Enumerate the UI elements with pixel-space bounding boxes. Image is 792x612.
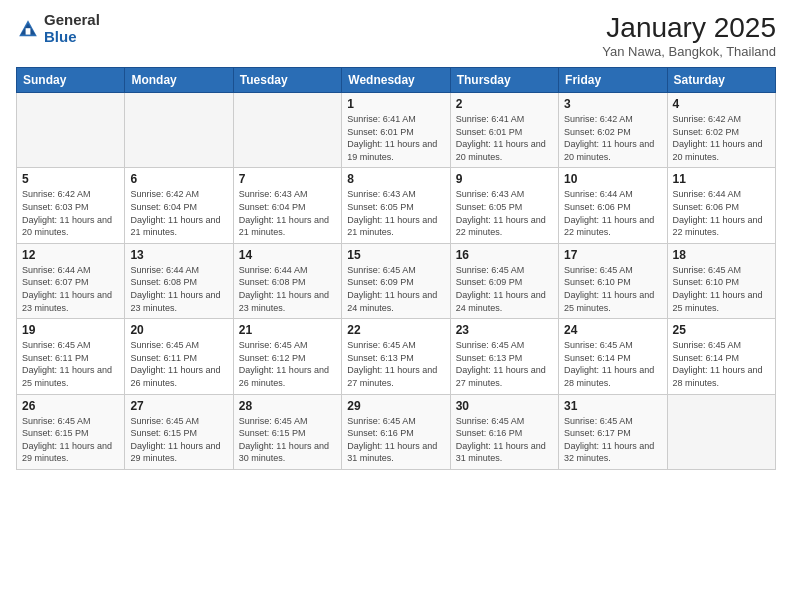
day-number: 4 xyxy=(673,97,770,111)
day-number: 2 xyxy=(456,97,553,111)
calendar-cell: 4Sunrise: 6:42 AM Sunset: 6:02 PM Daylig… xyxy=(667,93,775,168)
calendar-cell: 17Sunrise: 6:45 AM Sunset: 6:10 PM Dayli… xyxy=(559,243,667,318)
calendar-cell: 31Sunrise: 6:45 AM Sunset: 6:17 PM Dayli… xyxy=(559,394,667,469)
weekday-header-thursday: Thursday xyxy=(450,68,558,93)
calendar-cell: 25Sunrise: 6:45 AM Sunset: 6:14 PM Dayli… xyxy=(667,319,775,394)
calendar-week-3: 12Sunrise: 6:44 AM Sunset: 6:07 PM Dayli… xyxy=(17,243,776,318)
day-number: 19 xyxy=(22,323,119,337)
calendar-cell xyxy=(667,394,775,469)
day-number: 11 xyxy=(673,172,770,186)
day-number: 6 xyxy=(130,172,227,186)
title-block: January 2025 Yan Nawa, Bangkok, Thailand xyxy=(602,12,776,59)
header: General Blue January 2025 Yan Nawa, Bang… xyxy=(16,12,776,59)
calendar-cell: 22Sunrise: 6:45 AM Sunset: 6:13 PM Dayli… xyxy=(342,319,450,394)
day-number: 10 xyxy=(564,172,661,186)
day-detail: Sunrise: 6:45 AM Sunset: 6:14 PM Dayligh… xyxy=(673,339,770,389)
logo-icon xyxy=(16,17,40,41)
calendar-cell: 28Sunrise: 6:45 AM Sunset: 6:15 PM Dayli… xyxy=(233,394,341,469)
day-detail: Sunrise: 6:41 AM Sunset: 6:01 PM Dayligh… xyxy=(347,113,444,163)
calendar-cell: 26Sunrise: 6:45 AM Sunset: 6:15 PM Dayli… xyxy=(17,394,125,469)
day-detail: Sunrise: 6:43 AM Sunset: 6:04 PM Dayligh… xyxy=(239,188,336,238)
calendar-cell xyxy=(17,93,125,168)
day-number: 3 xyxy=(564,97,661,111)
calendar-cell: 7Sunrise: 6:43 AM Sunset: 6:04 PM Daylig… xyxy=(233,168,341,243)
day-detail: Sunrise: 6:42 AM Sunset: 6:02 PM Dayligh… xyxy=(673,113,770,163)
day-detail: Sunrise: 6:45 AM Sunset: 6:16 PM Dayligh… xyxy=(456,415,553,465)
day-number: 28 xyxy=(239,399,336,413)
calendar-body: 1Sunrise: 6:41 AM Sunset: 6:01 PM Daylig… xyxy=(17,93,776,470)
day-detail: Sunrise: 6:44 AM Sunset: 6:07 PM Dayligh… xyxy=(22,264,119,314)
day-detail: Sunrise: 6:45 AM Sunset: 6:10 PM Dayligh… xyxy=(673,264,770,314)
calendar-cell: 1Sunrise: 6:41 AM Sunset: 6:01 PM Daylig… xyxy=(342,93,450,168)
weekday-header-saturday: Saturday xyxy=(667,68,775,93)
day-number: 12 xyxy=(22,248,119,262)
day-detail: Sunrise: 6:45 AM Sunset: 6:12 PM Dayligh… xyxy=(239,339,336,389)
calendar-cell: 11Sunrise: 6:44 AM Sunset: 6:06 PM Dayli… xyxy=(667,168,775,243)
day-number: 26 xyxy=(22,399,119,413)
weekday-header-wednesday: Wednesday xyxy=(342,68,450,93)
calendar-cell: 10Sunrise: 6:44 AM Sunset: 6:06 PM Dayli… xyxy=(559,168,667,243)
day-detail: Sunrise: 6:45 AM Sunset: 6:13 PM Dayligh… xyxy=(456,339,553,389)
day-number: 18 xyxy=(673,248,770,262)
day-detail: Sunrise: 6:41 AM Sunset: 6:01 PM Dayligh… xyxy=(456,113,553,163)
calendar-cell: 6Sunrise: 6:42 AM Sunset: 6:04 PM Daylig… xyxy=(125,168,233,243)
calendar-week-5: 26Sunrise: 6:45 AM Sunset: 6:15 PM Dayli… xyxy=(17,394,776,469)
calendar-cell: 13Sunrise: 6:44 AM Sunset: 6:08 PM Dayli… xyxy=(125,243,233,318)
day-number: 8 xyxy=(347,172,444,186)
calendar-cell: 30Sunrise: 6:45 AM Sunset: 6:16 PM Dayli… xyxy=(450,394,558,469)
calendar-cell: 21Sunrise: 6:45 AM Sunset: 6:12 PM Dayli… xyxy=(233,319,341,394)
day-detail: Sunrise: 6:45 AM Sunset: 6:16 PM Dayligh… xyxy=(347,415,444,465)
title-location: Yan Nawa, Bangkok, Thailand xyxy=(602,44,776,59)
calendar-cell: 18Sunrise: 6:45 AM Sunset: 6:10 PM Dayli… xyxy=(667,243,775,318)
day-detail: Sunrise: 6:45 AM Sunset: 6:15 PM Dayligh… xyxy=(22,415,119,465)
calendar-cell: 29Sunrise: 6:45 AM Sunset: 6:16 PM Dayli… xyxy=(342,394,450,469)
day-number: 27 xyxy=(130,399,227,413)
day-number: 20 xyxy=(130,323,227,337)
day-detail: Sunrise: 6:45 AM Sunset: 6:17 PM Dayligh… xyxy=(564,415,661,465)
logo-blue-text: Blue xyxy=(44,29,100,46)
day-detail: Sunrise: 6:45 AM Sunset: 6:13 PM Dayligh… xyxy=(347,339,444,389)
day-number: 30 xyxy=(456,399,553,413)
day-number: 7 xyxy=(239,172,336,186)
calendar-header: SundayMondayTuesdayWednesdayThursdayFrid… xyxy=(17,68,776,93)
day-detail: Sunrise: 6:45 AM Sunset: 6:10 PM Dayligh… xyxy=(564,264,661,314)
day-detail: Sunrise: 6:43 AM Sunset: 6:05 PM Dayligh… xyxy=(347,188,444,238)
weekday-header-tuesday: Tuesday xyxy=(233,68,341,93)
day-number: 17 xyxy=(564,248,661,262)
calendar-week-2: 5Sunrise: 6:42 AM Sunset: 6:03 PM Daylig… xyxy=(17,168,776,243)
day-number: 14 xyxy=(239,248,336,262)
day-number: 23 xyxy=(456,323,553,337)
day-number: 9 xyxy=(456,172,553,186)
day-number: 15 xyxy=(347,248,444,262)
calendar-cell: 14Sunrise: 6:44 AM Sunset: 6:08 PM Dayli… xyxy=(233,243,341,318)
calendar-cell: 20Sunrise: 6:45 AM Sunset: 6:11 PM Dayli… xyxy=(125,319,233,394)
day-detail: Sunrise: 6:44 AM Sunset: 6:06 PM Dayligh… xyxy=(673,188,770,238)
calendar-table: SundayMondayTuesdayWednesdayThursdayFrid… xyxy=(16,67,776,470)
day-detail: Sunrise: 6:44 AM Sunset: 6:08 PM Dayligh… xyxy=(239,264,336,314)
day-detail: Sunrise: 6:45 AM Sunset: 6:14 PM Dayligh… xyxy=(564,339,661,389)
day-number: 13 xyxy=(130,248,227,262)
day-number: 24 xyxy=(564,323,661,337)
logo: General Blue xyxy=(16,12,100,45)
logo-text: General Blue xyxy=(44,12,100,45)
calendar-cell xyxy=(233,93,341,168)
calendar-cell: 3Sunrise: 6:42 AM Sunset: 6:02 PM Daylig… xyxy=(559,93,667,168)
day-detail: Sunrise: 6:42 AM Sunset: 6:04 PM Dayligh… xyxy=(130,188,227,238)
day-detail: Sunrise: 6:45 AM Sunset: 6:11 PM Dayligh… xyxy=(130,339,227,389)
calendar-cell xyxy=(125,93,233,168)
calendar-cell: 8Sunrise: 6:43 AM Sunset: 6:05 PM Daylig… xyxy=(342,168,450,243)
weekday-header-sunday: Sunday xyxy=(17,68,125,93)
weekday-row: SundayMondayTuesdayWednesdayThursdayFrid… xyxy=(17,68,776,93)
day-number: 1 xyxy=(347,97,444,111)
day-number: 22 xyxy=(347,323,444,337)
calendar-cell: 23Sunrise: 6:45 AM Sunset: 6:13 PM Dayli… xyxy=(450,319,558,394)
calendar-cell: 5Sunrise: 6:42 AM Sunset: 6:03 PM Daylig… xyxy=(17,168,125,243)
day-detail: Sunrise: 6:45 AM Sunset: 6:15 PM Dayligh… xyxy=(239,415,336,465)
title-month: January 2025 xyxy=(602,12,776,44)
day-detail: Sunrise: 6:45 AM Sunset: 6:15 PM Dayligh… xyxy=(130,415,227,465)
day-number: 21 xyxy=(239,323,336,337)
calendar-cell: 16Sunrise: 6:45 AM Sunset: 6:09 PM Dayli… xyxy=(450,243,558,318)
calendar-week-4: 19Sunrise: 6:45 AM Sunset: 6:11 PM Dayli… xyxy=(17,319,776,394)
calendar-cell: 12Sunrise: 6:44 AM Sunset: 6:07 PM Dayli… xyxy=(17,243,125,318)
day-number: 25 xyxy=(673,323,770,337)
